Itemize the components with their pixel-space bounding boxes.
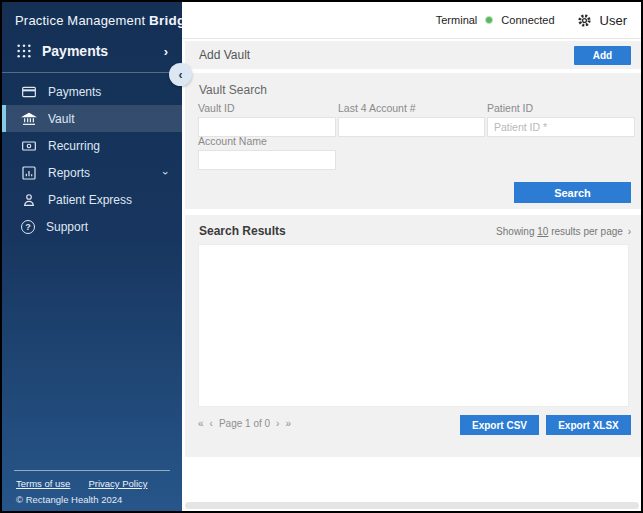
vault-id-field: Vault ID — [198, 102, 336, 137]
credit-card-icon — [21, 84, 37, 100]
last4-account-field: Last 4 Account # — [338, 102, 485, 137]
chevron-left-icon: ‹ — [179, 68, 183, 82]
person-icon — [21, 192, 37, 208]
showing-prefix: Showing — [496, 226, 534, 237]
footer-divider — [14, 470, 170, 471]
sidebar-item-label: Support — [46, 220, 88, 234]
sidebar-item-payments[interactable]: Payments — [2, 78, 182, 105]
last4-account-label: Last 4 Account # — [338, 102, 485, 114]
section-label: Payments — [42, 43, 108, 59]
horizontal-scrollbar[interactable] — [185, 502, 639, 509]
patient-id-field: Patient ID — [487, 102, 635, 137]
gear-icon[interactable] — [577, 13, 592, 28]
account-name-field: Account Name — [198, 135, 336, 170]
add-button[interactable]: Add — [574, 46, 631, 65]
status-dot-icon — [485, 16, 493, 24]
add-vault-panel: Add Vault Add — [185, 41, 641, 69]
first-page-button[interactable]: « — [198, 418, 204, 429]
question-icon: ? — [21, 220, 35, 234]
sidebar: Practice Management Bridge® Payments › P… — [2, 2, 182, 511]
sidebar-item-label: Patient Express — [48, 193, 132, 207]
search-results-panel: Search Results Showing 10 results per pa… — [185, 215, 641, 457]
showing-suffix: results per page — [551, 226, 623, 237]
page-indicator: Page 1 of 0 — [219, 418, 270, 429]
sidebar-item-patient-express[interactable]: Patient Express — [2, 186, 182, 213]
app-logo: Practice Management Bridge® — [2, 2, 182, 28]
export-csv-button[interactable]: Export CSV — [460, 415, 539, 435]
terminal-label: Terminal — [436, 14, 478, 26]
sidebar-section-payments[interactable]: Payments › — [2, 28, 182, 73]
sidebar-item-vault[interactable]: Vault — [2, 105, 182, 132]
copyright-text: © Rectangle Health 2024 — [2, 489, 182, 505]
pagination: « ‹ Page 1 of 0 › » — [198, 418, 291, 429]
results-per-page-control: Showing 10 results per page › — [496, 226, 631, 237]
vault-id-label: Vault ID — [198, 102, 336, 114]
sidebar-item-label: Payments — [48, 85, 101, 99]
sidebar-footer: Terms of use Privacy Policy © Rectangle … — [2, 470, 182, 505]
chevron-right-icon: › — [164, 44, 168, 59]
sidebar-item-support[interactable]: ? Support — [2, 213, 182, 240]
next-page-button[interactable]: › — [276, 418, 279, 429]
sidebar-item-label: Recurring — [48, 139, 100, 153]
connection-status: Connected — [501, 14, 554, 26]
last4-account-input[interactable] — [338, 117, 485, 137]
prev-page-button[interactable]: ‹ — [210, 418, 213, 429]
topbar: Terminal Connected User — [182, 2, 641, 39]
account-name-input[interactable] — [198, 150, 336, 170]
sidebar-collapse-button[interactable]: ‹ — [169, 63, 192, 86]
vault-id-input[interactable] — [198, 117, 336, 137]
sidebar-nav: Payments Vault Recurring — [2, 78, 182, 240]
results-table-area — [198, 244, 629, 407]
results-per-page-value[interactable]: 10 — [537, 226, 548, 237]
patient-id-input[interactable] — [487, 117, 635, 137]
banknote-icon — [21, 138, 37, 154]
export-xlsx-button[interactable]: Export XLSX — [546, 415, 631, 435]
app-window: Practice Management Bridge® Payments › P… — [0, 0, 643, 513]
last-page-button[interactable]: » — [285, 418, 291, 429]
chevron-right-icon[interactable]: › — [628, 226, 631, 237]
sidebar-item-reports[interactable]: Reports › — [2, 159, 182, 186]
account-name-label: Account Name — [198, 135, 336, 147]
add-vault-title: Add Vault — [199, 48, 250, 62]
sidebar-item-recurring[interactable]: Recurring — [2, 132, 182, 159]
terms-of-use-link[interactable]: Terms of use — [16, 478, 70, 489]
vault-search-title: Vault Search — [199, 83, 267, 97]
vault-search-panel: Vault Search Vault ID Last 4 Account # P… — [185, 73, 641, 209]
sidebar-item-label: Reports — [48, 166, 90, 180]
search-button[interactable]: Search — [514, 182, 631, 203]
apps-grid-icon — [16, 43, 32, 59]
patient-id-label: Patient ID — [487, 102, 635, 114]
bank-icon — [21, 111, 37, 127]
bar-chart-icon — [21, 165, 37, 181]
chevron-down-icon: › — [160, 171, 172, 175]
logo-prefix: Practice Management — [15, 13, 149, 28]
user-menu[interactable]: User — [600, 13, 627, 28]
sidebar-item-label: Vault — [48, 112, 74, 126]
search-results-title: Search Results — [199, 224, 286, 238]
privacy-policy-link[interactable]: Privacy Policy — [88, 478, 147, 489]
